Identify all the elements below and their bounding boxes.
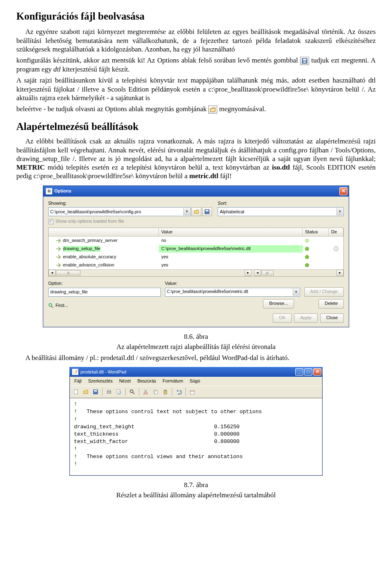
option-label: Option: [48, 281, 161, 286]
table-row[interactable]: enable_advance_collisionyes [49, 261, 343, 269]
chevron-down-icon[interactable]: ▼ [183, 208, 190, 215]
close-button[interactable]: Close [320, 313, 344, 323]
option-input-value: drawing_setup_file [50, 289, 88, 295]
fig2-number: 8.7. ábra [16, 481, 376, 489]
menu-item[interactable]: Beszúrás [134, 378, 159, 385]
para-1b-it: dtl [53, 65, 61, 73]
undo-icon[interactable] [174, 387, 183, 396]
heading-konfig: Konfigurációs fájl beolvasása [16, 10, 376, 22]
para-1b-end: kiterjesztésű fájlt készít. [61, 65, 130, 73]
menu-item[interactable]: Formátum [160, 378, 186, 385]
col-name[interactable] [49, 228, 159, 236]
p3-post: megnyomásával. [219, 105, 266, 113]
scroll-right-icon[interactable]: ► [245, 270, 252, 276]
table-row[interactable]: drawing_setup_fileC:\proe_beallitasok\pr… [49, 245, 343, 253]
svg-rect-4 [206, 210, 209, 212]
para-1b: konfigurálás készítünk, akkor azt mentsü… [16, 56, 376, 74]
p4-mid1: módú telepítés esetén ez a telepítési kö… [45, 163, 272, 171]
value-input-value: C:\proe_beallitasok\proewildfire5se\metr… [167, 289, 248, 295]
para-2: A saját rajzi beállításunkon kívül a tel… [16, 76, 376, 102]
options-window-icon: ▦ [46, 188, 52, 195]
wordpad-toolbar[interactable] [70, 386, 322, 398]
copy-icon[interactable] [151, 387, 160, 396]
table-row[interactable]: dm_search_primary_serverno [49, 237, 343, 245]
sort-dropdown[interactable]: Alphabetical ▼ [218, 207, 344, 216]
paste-icon[interactable] [161, 387, 170, 396]
menu-item[interactable]: Nézet [116, 378, 134, 385]
menu-item[interactable]: Szerkesztés [85, 378, 116, 385]
para-1a-text: Az egyénre szabott rajzi környezet megte… [16, 28, 376, 53]
option-input[interactable]: drawing_setup_file [48, 288, 161, 297]
apply-button[interactable]: Apply [294, 313, 318, 323]
para-4: Az előbbi beállítások csak az aktuális r… [16, 137, 376, 180]
para-5: A beállítási állomány / pl.: prodetail.d… [16, 353, 376, 362]
chevron-down-icon[interactable]: ▼ [336, 208, 343, 215]
wordpad-title-text: prodetail.dtl - WordPad [80, 369, 126, 375]
p2-pre: A saját rajzi beállításunkon kívül a tel… [16, 76, 178, 84]
checkbox-icon[interactable] [48, 219, 53, 224]
p4-b2: iso.dtl [272, 163, 290, 171]
value-input[interactable]: C:\proe_beallitasok\proewildfire5se\metr… [165, 288, 300, 297]
wordpad-titlebar[interactable]: 📝 prodetail.dtl - WordPad _ □ ✕ [69, 367, 323, 377]
showing-dropdown[interactable]: C:\proe_beallitasok\proewildfire5se\conf… [48, 207, 191, 216]
svg-line-6 [51, 306, 53, 308]
options-titlebar[interactable]: ▦ Options ✕ [43, 186, 349, 197]
svg-point-14 [130, 390, 133, 393]
new-icon[interactable] [71, 387, 80, 396]
svg-rect-23 [165, 390, 166, 391]
table-row[interactable]: enable_absolute_accuracyyes [49, 253, 343, 261]
p3-pre: beleértve - be tudjuk olvasni az Options… [16, 105, 208, 113]
options-table: Value Status De dm_search_primary_server… [48, 228, 344, 277]
wordpad-content[interactable]: ! ! These options control text not subje… [70, 398, 322, 475]
add-change-button[interactable]: Add / Change [304, 287, 344, 297]
ok-button[interactable]: OK [273, 313, 292, 323]
menu-item[interactable]: Súgó [187, 378, 203, 385]
menu-item[interactable]: Fájl [71, 378, 85, 385]
para-3: beleértve - be tudjuk olvasni az Options… [16, 105, 376, 114]
options-title-text: Options [54, 188, 339, 194]
show-only-checkbox-row[interactable]: Show only options loaded from file [48, 219, 344, 224]
svg-point-5 [49, 303, 52, 306]
scroll-right2-icon[interactable]: ► [336, 270, 343, 276]
scroll-thumb2[interactable] [261, 270, 274, 275]
close-icon[interactable]: ✕ [313, 368, 321, 376]
table-header: Value Status De [49, 228, 343, 237]
svg-rect-24 [190, 391, 195, 394]
svg-rect-21 [155, 391, 157, 394]
col-value[interactable]: Value [159, 228, 303, 236]
menubar[interactable]: FájlSzerkesztésNézetBeszúrásFormátumSúgó [70, 377, 322, 386]
open-config-button[interactable] [192, 207, 201, 216]
save-config-button[interactable] [202, 207, 212, 216]
open-icon[interactable] [81, 387, 90, 396]
minimize-icon[interactable]: _ [295, 368, 303, 376]
print-icon[interactable] [105, 387, 114, 396]
find-label: Find... [56, 303, 68, 309]
find-button[interactable]: Find... [48, 303, 259, 309]
maximize-icon[interactable]: □ [304, 368, 312, 376]
wordpad-window: FájlSzerkesztésNézetBeszúrásFormátumSúgó… [69, 377, 323, 475]
p4-pre: Az előbbi beállítások csak az aktuális r… [16, 137, 376, 163]
cut-icon[interactable] [141, 387, 150, 396]
svg-rect-1 [303, 59, 306, 60]
showing-value: C:\proe_beallitasok\proewildfire5se\conf… [50, 209, 141, 215]
col-status[interactable]: Status [303, 228, 329, 236]
value-label: Value: [165, 281, 300, 286]
svg-rect-11 [108, 390, 110, 392]
heading-alap: Alapértelmezésű beállítások [16, 120, 376, 133]
scroll-left-icon[interactable]: ◄ [49, 270, 56, 276]
scroll-left2-icon[interactable]: ◄ [254, 270, 261, 276]
close-icon[interactable]: ✕ [339, 187, 347, 195]
h-scrollbar[interactable]: ◄ ► ◄ ► [49, 269, 343, 276]
scroll-thumb[interactable] [56, 270, 80, 275]
p4-end: fájl! [218, 172, 232, 180]
preview-icon[interactable] [114, 387, 123, 396]
col-de[interactable]: De [329, 228, 343, 236]
para-1b-pre: konfigurálás készítünk, akkor azt mentsü… [16, 56, 300, 64]
find-icon[interactable] [128, 387, 137, 396]
delete-button[interactable]: Delete [318, 299, 344, 309]
chevron-down-icon[interactable]: ▼ [293, 289, 299, 296]
browse-button[interactable]: Browse... [263, 299, 294, 309]
datetime-icon[interactable] [188, 387, 197, 396]
sort-label: Sort: [218, 201, 344, 206]
save-icon[interactable] [91, 387, 100, 396]
